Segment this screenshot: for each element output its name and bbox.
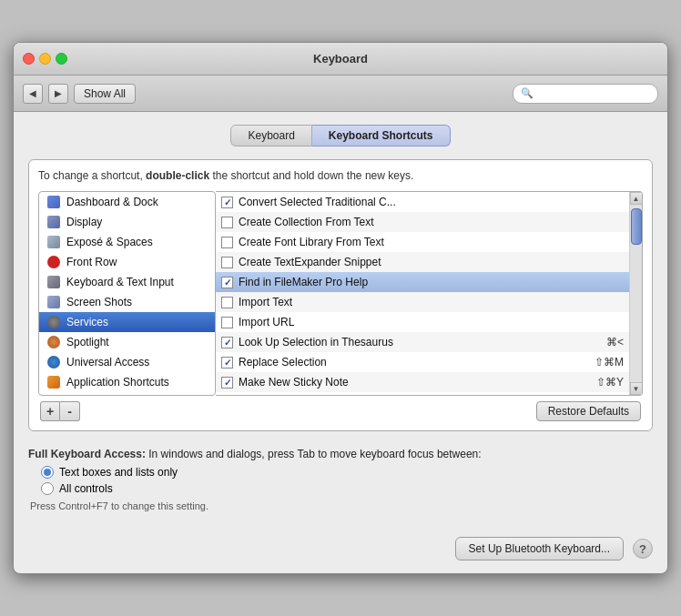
sidebar-item-expose[interactable]: Exposé & Spaces <box>39 232 215 252</box>
shortcut-row[interactable]: Create Font Library From Text <box>216 232 629 252</box>
right-panel: Convert Selected Traditional C... Create… <box>216 191 643 396</box>
expose-icon <box>46 235 61 249</box>
front-row-icon <box>46 255 61 269</box>
shortcut-checkbox-5[interactable] <box>221 297 233 308</box>
shortcut-row[interactable]: Create TextExpander Snippet <box>216 252 629 272</box>
screen-icon <box>46 295 61 309</box>
sidebar-item-screen[interactable]: Screen Shots <box>39 292 215 312</box>
sidebar-item-spotlight[interactable]: Spotlight <box>39 332 215 352</box>
shortcut-row[interactable]: Import URL <box>216 312 629 332</box>
sidebar-item-services[interactable]: Services <box>39 312 215 332</box>
shortcut-checkbox-4[interactable] <box>221 277 233 288</box>
spotlight-icon <box>46 335 61 349</box>
shortcut-checkbox-9[interactable] <box>221 377 233 389</box>
shortcut-name-4: Find in FileMaker Pro Help <box>239 276 618 288</box>
sidebar-item-keyboard[interactable]: Keyboard & Text Input <box>39 272 215 292</box>
forward-button[interactable]: ▶ <box>48 84 68 104</box>
close-button[interactable] <box>23 53 35 65</box>
radio-group: Text boxes and lists only All controls <box>41 466 653 495</box>
sidebar-item-dashboard[interactable]: Dashboard & Dock <box>39 192 215 212</box>
add-shortcut-button[interactable]: + <box>40 401 60 421</box>
shortcut-name-2: Create Font Library From Text <box>239 236 618 248</box>
radio-all-controls-circle[interactable] <box>41 482 54 495</box>
add-remove-controls: + - <box>40 401 80 421</box>
shortcut-name-9: Make New Sticky Note <box>239 376 591 389</box>
scrollbar-thumb[interactable] <box>631 208 642 245</box>
shortcut-row[interactable]: Import Text <box>216 292 629 312</box>
shortcut-key-7: ⌘< <box>606 336 624 348</box>
services-icon <box>46 315 61 329</box>
panels: Dashboard & Dock Display Exposé & Spaces… <box>38 191 643 396</box>
shortcut-row[interactable]: Make New Sticky Note ⇧⌘Y <box>216 372 629 392</box>
keyboard-window: Keyboard ◀ ▶ Show All 🔍 Keyboard Keyboar… <box>13 42 668 574</box>
shortcut-checkbox-2[interactable] <box>221 237 233 248</box>
main-panel: To change a shortcut, double-click the s… <box>28 159 653 431</box>
zoom-button[interactable] <box>56 53 67 65</box>
search-icon: 🔍 <box>521 87 534 99</box>
scrollbar-down-button[interactable]: ▼ <box>630 382 643 395</box>
shortcut-row[interactable]: Convert Selected Traditional C... <box>216 192 629 212</box>
shortcut-row[interactable]: Create Collection From Text <box>216 212 629 232</box>
shortcut-name-5: Import Text <box>239 296 618 308</box>
shortcut-name-1: Create Collection From Text <box>239 216 618 228</box>
back-button[interactable]: ◀ <box>23 84 43 104</box>
shortcut-key-8: ⇧⌘M <box>595 356 624 369</box>
shortcut-name-3: Create TextExpander Snippet <box>239 256 618 268</box>
shortcut-checkbox-3[interactable] <box>221 257 233 268</box>
title-bar: Keyboard <box>14 43 667 76</box>
toolbar: ◀ ▶ Show All 🔍 <box>14 76 667 112</box>
display-icon <box>46 215 61 229</box>
fka-label: Full Keyboard Access: In windows and dia… <box>28 448 653 460</box>
shortcut-name-8: Replace Selection <box>239 356 589 369</box>
keyboard-icon <box>46 275 61 289</box>
shortcut-checkbox-0[interactable] <box>221 197 233 208</box>
footer: Set Up Bluetooth Keyboard... ? <box>14 528 667 573</box>
app-shortcuts-icon <box>46 375 61 389</box>
shortcut-name-7: Look Up Selection in Thesaurus <box>239 336 601 348</box>
tab-keyboard[interactable]: Keyboard <box>230 125 311 146</box>
sidebar-item-app-shortcuts[interactable]: Application Shortcuts <box>39 372 215 392</box>
tab-keyboard-shortcuts[interactable]: Keyboard Shortcuts <box>312 125 451 146</box>
shortcut-row-highlighted[interactable]: Find in FileMaker Pro Help <box>216 272 629 292</box>
search-input[interactable] <box>537 87 650 100</box>
shortcuts-list[interactable]: Convert Selected Traditional C... Create… <box>216 192 629 395</box>
window-title: Keyboard <box>313 52 368 66</box>
shortcut-checkbox-1[interactable] <box>221 217 233 228</box>
ua-icon <box>46 355 61 369</box>
remove-shortcut-button[interactable]: - <box>60 401 80 421</box>
fka-section: Full Keyboard Access: In windows and dia… <box>28 440 653 515</box>
shortcut-checkbox-7[interactable] <box>221 337 233 348</box>
fka-hint: Press Control+F7 to change this setting. <box>30 500 653 511</box>
restore-defaults-button[interactable]: Restore Defaults <box>536 401 641 421</box>
traffic-lights <box>23 53 67 65</box>
radio-text-only[interactable]: Text boxes and lists only <box>41 466 653 479</box>
radio-all-controls[interactable]: All controls <box>41 482 653 495</box>
left-panel[interactable]: Dashboard & Dock Display Exposé & Spaces… <box>38 191 216 396</box>
shortcut-name-0: Convert Selected Traditional C... <box>239 196 618 208</box>
sidebar-item-ua[interactable]: Universal Access <box>39 352 215 372</box>
sidebar-item-display[interactable]: Display <box>39 212 215 232</box>
shortcut-name-6: Import URL <box>239 316 618 328</box>
scrollbar[interactable]: ▲ ▼ <box>629 192 642 395</box>
scrollbar-up-button[interactable]: ▲ <box>630 192 643 205</box>
sidebar-item-front-row[interactable]: Front Row <box>39 252 215 272</box>
shortcut-checkbox-8[interactable] <box>221 357 233 369</box>
dashboard-icon <box>46 195 61 209</box>
shortcut-row[interactable]: Replace Selection ⇧⌘M <box>216 352 629 372</box>
instruction-text: To change a shortcut, double-click the s… <box>38 169 643 182</box>
search-box[interactable]: 🔍 <box>513 84 658 104</box>
shortcut-row[interactable]: Look Up Selection in Thesaurus ⌘< <box>216 332 629 352</box>
radio-text-only-circle[interactable] <box>41 466 54 479</box>
shortcut-key-9: ⇧⌘Y <box>596 376 624 389</box>
show-all-button[interactable]: Show All <box>74 84 136 104</box>
shortcut-checkbox-6[interactable] <box>221 317 233 328</box>
minimize-button[interactable] <box>39 53 51 65</box>
help-button[interactable]: ? <box>633 539 653 559</box>
content-area: Keyboard Keyboard Shortcuts To change a … <box>14 112 667 528</box>
bottom-bar: + - Restore Defaults <box>38 401 643 421</box>
tab-bar: Keyboard Keyboard Shortcuts <box>28 125 653 146</box>
shortcut-row[interactable]: New TextEdit Window Containi... <box>216 392 629 395</box>
bluetooth-button[interactable]: Set Up Bluetooth Keyboard... <box>455 537 624 560</box>
